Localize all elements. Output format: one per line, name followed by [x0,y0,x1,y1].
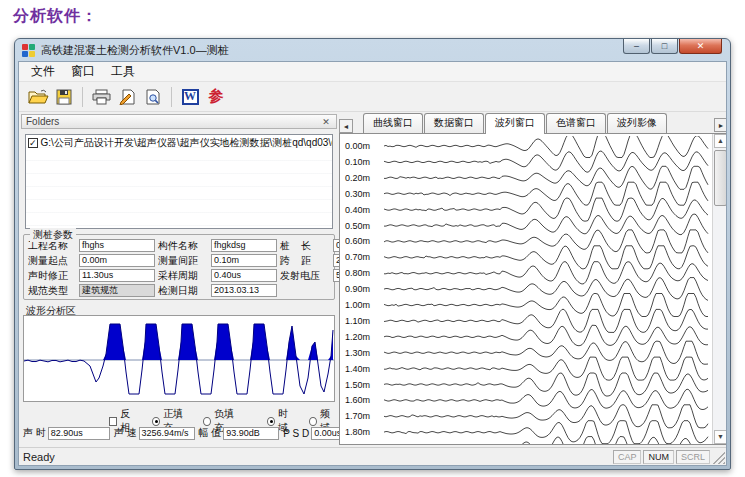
edit-page-icon [119,89,136,105]
save-button[interactable] [51,85,77,109]
depth-label-9: 0.90m [345,284,370,294]
depth-label-7: 0.70m [345,252,370,262]
maximize-button[interactable]: □ [651,39,678,54]
menu-item-0[interactable]: 文件 [23,61,63,82]
tabs: 曲线窗口数据窗口波列窗口色谱窗口波列影像 [363,113,668,134]
tab-4[interactable]: 波列影像 [607,113,667,134]
depth-label-0: 0.00m [345,141,370,151]
menu-item-2[interactable]: 工具 [103,61,143,82]
page-setup-button[interactable] [114,85,140,109]
tab-scroll-right-icon[interactable]: ► [714,118,727,132]
param-label-2: 桩 长 [280,239,330,253]
print-icon [92,89,111,105]
readout-label: 声 速 [114,426,137,440]
param-label-10: 检测日期 [158,284,208,298]
toolbar: W 参 [19,82,726,112]
depth-label-14: 1.40m [345,364,370,374]
word-export-icon: W [182,89,199,105]
tab-1[interactable]: 数据窗口 [424,113,484,134]
open-button[interactable] [25,85,51,109]
wave-trace-10 [384,294,708,317]
readout-1: 声 速3256.94m/s [114,426,195,440]
window-title: 高铁建混凝土检测分析软件V1.0—测桩 [41,43,229,58]
print-button[interactable] [88,85,114,109]
checkbox-icon [109,417,117,426]
depth-label-15: 1.50m [345,380,370,390]
param-label-1: 构件名称 [158,239,208,253]
depth-label-12: 1.20m [345,332,370,342]
readout-2: 幅 值93.90dB [199,426,280,440]
wave-trace-7 [384,246,708,269]
wave-train-display[interactable]: 0.00m0.10m0.20m0.30m0.40m0.50m0.60m0.70m… [339,133,727,445]
wave-trace-13 [384,341,708,364]
close-button[interactable]: ✕ [679,39,722,54]
toolbar-separator [171,87,172,107]
radio-icon [267,417,275,426]
tab-3[interactable]: 色谱窗口 [546,113,606,134]
folders-pane-header[interactable]: Folders ✕ [21,114,337,129]
page-heading: 分析软件： [13,6,98,27]
tab-scroll-left-icon[interactable]: ◄ [339,119,353,133]
wave-trace-5 [384,214,708,235]
depth-label-6: 0.60m [345,236,370,246]
pile-params-grid: 工程名称fhghs构件名称fhgkdsg桩 长0.00m测量起点0.00m测量间… [28,238,330,298]
tab-0[interactable]: 曲线窗口 [363,113,423,134]
wave-analysis-box[interactable] [23,315,335,402]
param-label-7: 采样周期 [158,269,208,283]
status-scrl: SCRL [676,450,710,464]
wave-trace-17 [384,405,708,428]
param-value-4[interactable]: 0.10m [211,254,277,267]
depth-label-11: 1.10m [345,316,370,326]
menu-bar: 文件窗口工具 [19,62,726,82]
status-bar: Ready CAPNUMSCRL [19,447,726,465]
radio-icon [309,417,317,426]
scroll-up-icon[interactable]: ▲ [714,134,727,148]
pile-params-title: 测桩参数 [30,228,76,242]
param-value-0[interactable]: fhghs [79,239,155,252]
client-area: 文件窗口工具 [18,61,727,466]
readout-value[interactable]: 93.90dB [223,427,279,440]
preview-button[interactable] [140,85,166,109]
param-label-8: 发射电压 [280,269,330,283]
status-num: NUM [643,450,674,464]
wave-trace-19 [384,437,708,445]
scrollbar-thumb[interactable] [714,150,727,206]
depth-label-8: 0.80m [345,268,370,278]
param-value-7[interactable]: 0.40us [211,269,277,282]
word-export-button[interactable]: W [177,85,203,109]
params-button[interactable]: 参 [203,85,229,109]
folders-list[interactable]: ✓G:\公司产品设计开发\超声仪器\超声仪实地检测数据\测桩qd\qd03\qd… [25,134,333,229]
checkbox-icon[interactable]: ✓ [28,138,38,148]
app-icon [22,43,36,57]
scroll-down-icon[interactable]: ▼ [714,430,727,444]
param-label-6: 声时修正 [28,269,76,283]
param-value-6[interactable]: 11.30us [79,269,155,282]
readout-label: 声 时 [23,426,46,440]
title-bar[interactable]: 高铁建混凝土检测分析软件V1.0—测桩 – □ ✕ [15,39,730,61]
readout-value[interactable]: 82.90us [48,427,110,440]
menu-item-1[interactable]: 窗口 [63,61,103,82]
folders-close-icon[interactable]: ✕ [320,117,332,127]
readouts-row: 声 时82.90us声 速3256.94m/s幅 值93.90dBP S D0.… [23,426,337,440]
folder-list-item[interactable]: ✓G:\公司产品设计开发\超声仪器\超声仪实地检测数据\测桩qd\qd03\qd… [26,135,332,151]
vertical-scrollbar[interactable]: ▲ ▼ [712,134,727,444]
left-dock-panel: Folders ✕ ✓G:\公司产品设计开发\超声仪器\超声仪实地检测数据\测桩… [21,114,337,449]
wave-trace-9 [384,278,708,301]
status-indicators: CAPNUMSCRL [611,450,710,464]
radio-icon [152,417,160,426]
wave-trace-6 [384,230,708,253]
resize-grip[interactable] [713,452,725,464]
readout-value[interactable]: 3256.94m/s [139,427,195,440]
wave-trace-8 [384,262,708,284]
status-text: Ready [23,451,55,463]
minimize-button[interactable]: – [623,39,650,54]
param-value-3[interactable]: 0.00m [79,254,155,267]
tab-2[interactable]: 波列窗口 [485,113,545,134]
toolbar-separator [82,87,83,107]
param-value-9[interactable]: 建筑规范 [79,284,155,297]
depth-label-13: 1.30m [345,348,370,358]
param-value-10[interactable]: 2013.03.13 [211,284,277,297]
app-window: 高铁建混凝土检测分析软件V1.0—测桩 – □ ✕ 文件窗口工具 [14,38,731,470]
depth-label-18: 1.80m [345,427,370,437]
param-value-1[interactable]: fhgkdsg [211,239,277,252]
